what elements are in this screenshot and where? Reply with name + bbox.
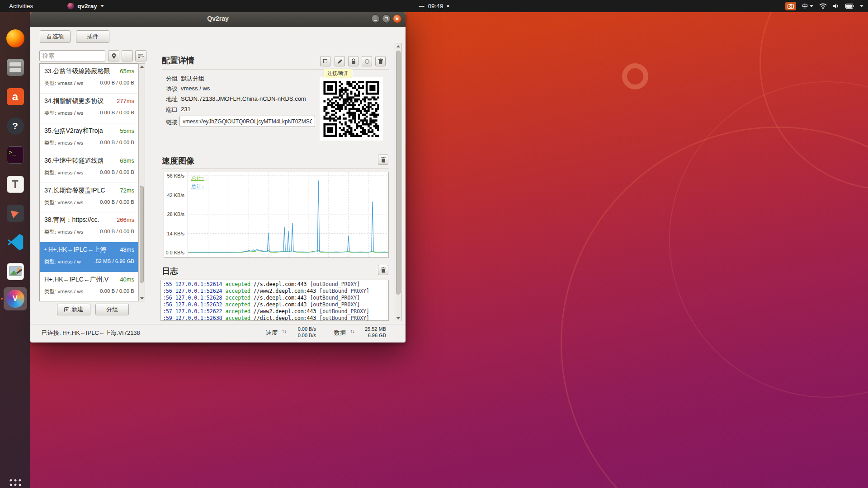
log-output[interactable]: :55 127.0.0.1:52614 accepted //s.deepl.c… — [160, 280, 389, 321]
dock-item-terminal[interactable]: >_ — [4, 143, 27, 167]
server-data-usage: 0.00 B / 0.00 B — [100, 169, 134, 176]
server-list-item[interactable]: 38.官网：https://cc. 266ms 类型: vmess / ws 0… — [40, 212, 138, 242]
server-list-item[interactable]: H+.HK←IPLC←广州.V 40ms 类型: vmess / ws 0.00… — [40, 272, 138, 301]
dock-item-software[interactable]: a — [4, 85, 27, 108]
delete-config-button[interactable] — [375, 56, 386, 66]
firefox-icon — [6, 29, 24, 47]
server-ping: 65ms — [120, 68, 134, 75]
input-method-indicator[interactable]: 中 — [802, 2, 813, 10]
scrollbar-thumb[interactable] — [140, 186, 144, 283]
log-line: :57 127.0.0.1:52622 accepted //www2.deep… — [163, 308, 387, 315]
volume-icon[interactable] — [833, 3, 840, 9]
dock-item-app-grid[interactable] — [4, 473, 27, 488]
server-type: 类型: vmess / ws — [44, 80, 83, 87]
input-method-label: 中 — [802, 2, 808, 10]
window-titlebar[interactable]: Qv2ray × — [30, 11, 406, 27]
blank-tool-button[interactable] — [122, 50, 133, 61]
dock-item-files[interactable] — [4, 56, 27, 79]
minimize-button[interactable] — [371, 14, 380, 23]
wallpaper-arc — [669, 81, 868, 398]
scroll-down-icon[interactable] — [396, 317, 400, 319]
dock-item-image-tool[interactable] — [4, 260, 27, 283]
server-type: 类型: vmess / ws — [44, 140, 83, 146]
screenshot-indicator-icon[interactable] — [785, 2, 796, 10]
network-icon[interactable] — [819, 3, 827, 9]
dock-item-qv2ray[interactable]: V — [4, 287, 27, 310]
clock-area[interactable]: 09:49 — [419, 3, 449, 9]
server-list-item[interactable]: 35.包括V2ray和Troja 55ms 类型: vmess / ws 0.0… — [40, 123, 138, 153]
link-field-label: 链接 — [166, 118, 178, 127]
software-icon: a — [7, 88, 24, 105]
sort-icon — [138, 53, 144, 59]
notification-dot-icon — [447, 5, 449, 7]
group-field-label: 分组 — [166, 75, 178, 83]
server-data-usage: 0.00 B / 0.00 B — [100, 110, 134, 117]
dock-item-vscode[interactable] — [4, 230, 27, 254]
port-field-label: 端口 — [166, 106, 178, 114]
new-server-label: 新建 — [71, 305, 83, 314]
server-ping: 40ms — [120, 276, 134, 283]
maximize-button[interactable] — [382, 14, 391, 23]
scroll-up-icon[interactable] — [396, 45, 400, 47]
log-line: :56 127.0.0.1:52624 accepted //www2.deep… — [163, 288, 387, 295]
plugins-button[interactable]: 插件 — [76, 30, 109, 43]
group-button[interactable]: 分组 — [95, 304, 129, 315]
chart-legend: 总计↑总计↓ — [191, 175, 204, 190]
detail-scrollbar[interactable] — [395, 43, 402, 321]
clear-graph-button[interactable] — [378, 155, 388, 165]
scroll-up-icon[interactable] — [140, 66, 144, 68]
server-list-item[interactable]: 34.捐贈解锁更多协议 277ms 类型: vmess / ws 0.00 B … — [40, 94, 138, 123]
share-link-input[interactable] — [179, 116, 315, 127]
speed-divider — [162, 168, 389, 169]
stop-button[interactable] — [320, 56, 330, 66]
clock-label: 09:49 — [428, 3, 443, 9]
server-ping: 277ms — [117, 98, 134, 104]
clear-log-button[interactable] — [378, 265, 388, 275]
edit-button[interactable] — [335, 56, 345, 66]
server-list[interactable]: 33.公益等级線路嚴格限 65ms 类型: vmess / ws 0.00 B … — [39, 63, 138, 301]
location-pin-button[interactable] — [108, 50, 119, 61]
new-server-button[interactable]: 新建 — [57, 304, 90, 315]
server-type: 类型: vmess / ws — [44, 169, 83, 176]
server-ping: 63ms — [120, 157, 134, 164]
trash-icon — [381, 267, 386, 273]
search-input[interactable] — [39, 50, 105, 61]
trash-icon — [381, 157, 386, 163]
protocol-field-label: 协议 — [166, 85, 178, 93]
wallpaper-ring-large — [561, 127, 868, 488]
window-title: Qv2ray — [30, 11, 406, 26]
scrollbar-thumb[interactable] — [396, 51, 401, 295]
scroll-down-icon[interactable] — [140, 297, 144, 300]
server-name: H+.HK←IPLC←广州.V — [44, 276, 108, 284]
updown-arrows-icon: ↑↓ — [282, 328, 286, 334]
server-list-item[interactable]: 36.中继中转隧道线路 63ms 类型: vmess / ws 0.00 B /… — [40, 153, 138, 183]
sort-button[interactable] — [135, 50, 146, 61]
legend-item[interactable]: 总计↓ — [191, 183, 204, 190]
speed-chart-plot-area — [188, 172, 388, 257]
close-button[interactable]: × — [393, 14, 401, 23]
port-field-value: 231 — [181, 106, 191, 113]
server-data-usage: 0.00 B / 0.00 B — [100, 229, 134, 235]
dock-item-share[interactable] — [4, 202, 27, 225]
help-icon: ? — [7, 117, 24, 135]
data-down-value: 6.96 GB — [368, 333, 386, 338]
dock-item-help[interactable]: ? — [4, 114, 27, 138]
preferences-button[interactable]: 首选项 — [40, 30, 71, 43]
connect-toggle-button[interactable] — [362, 56, 372, 66]
battery-icon[interactable] — [845, 4, 854, 9]
data-label: 数据 — [334, 329, 346, 337]
chevron-down-icon[interactable] — [860, 5, 863, 7]
dock-item-text-editor[interactable]: T — [4, 173, 27, 196]
legend-item[interactable]: 总计↑ — [191, 175, 204, 182]
edit-json-button[interactable] — [348, 56, 359, 66]
server-list-item[interactable]: 33.公益等级線路嚴格限 65ms 类型: vmess / ws 0.00 B … — [40, 64, 138, 94]
stop-icon — [323, 59, 327, 63]
y-axis-tick: 14 KB/s — [167, 231, 184, 236]
activities-button[interactable]: Activities — [6, 3, 36, 9]
server-list-item[interactable]: • H+.HK←IPLC←上海 48ms 类型: vmess / w .52 M… — [40, 242, 138, 272]
dock-item-firefox[interactable] — [4, 27, 27, 50]
app-menu[interactable]: qv2ray — [67, 3, 104, 9]
server-list-scrollbar[interactable] — [138, 63, 145, 301]
server-list-item[interactable]: 37.长期套餐覆盖IPLC 72ms 类型: vmess / ws 0.00 B… — [40, 183, 138, 213]
qv2ray-window: Qv2ray × 首选项 插件 33.公益等级線路嚴格限 65ms 类型: vm… — [30, 11, 406, 343]
